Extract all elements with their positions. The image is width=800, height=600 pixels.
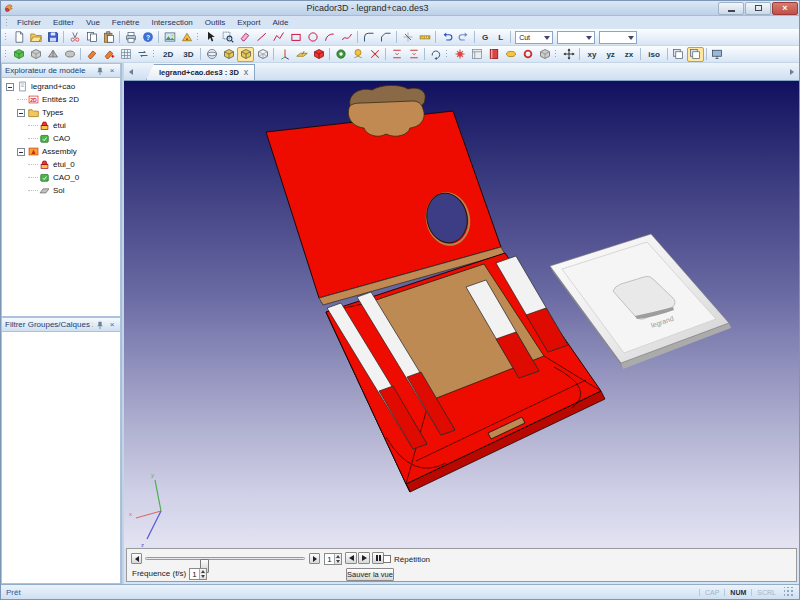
tree-item-types[interactable]: Types [4,106,120,119]
redo-button[interactable] [455,30,472,45]
print-button[interactable] [122,30,139,45]
rectangle-tool-button[interactable] [287,30,304,45]
spline-tool-button[interactable] [338,30,355,45]
tree-item-cao[interactable]: CAO [4,132,120,145]
tab-close-icon[interactable]: x [244,67,249,77]
tree-item-cao-0[interactable]: CAO_0 [4,171,120,184]
export-3d-button[interactable] [27,47,44,62]
panel-tool-button[interactable] [468,47,485,62]
help-button[interactable]: ? [139,30,156,45]
view-3d-button[interactable]: 3D [178,47,198,62]
wireframe-view-button[interactable] [203,47,220,62]
line-tool-button[interactable] [253,30,270,45]
menu-vue[interactable]: Vue [80,17,106,29]
menu-intersection[interactable]: Intersection [145,17,198,29]
erase-entity-button[interactable] [83,47,100,62]
wizard-button[interactable] [178,30,195,45]
3d-viewport[interactable]: y x z [124,81,799,547]
erase-all-button[interactable] [100,47,117,62]
group-combobox[interactable] [599,31,637,44]
tree-expander-icon[interactable] [17,148,25,156]
frame-slider-track[interactable] [145,557,305,560]
select-tool-button[interactable] [202,30,219,45]
expand-z-button[interactable] [405,47,422,62]
tree-item-sol[interactable]: Sol [4,184,120,197]
animation-tool-button[interactable] [451,47,468,62]
circle-tool-button[interactable] [304,30,321,45]
chamfer-tool-button[interactable] [377,30,394,45]
fillet-tool-button[interactable] [360,30,377,45]
zoom-window-button[interactable] [219,30,236,45]
layer-combobox[interactable] [557,31,595,44]
tab-legrand-cao-3d[interactable]: legrand+cao.des3 : 3D x [146,64,255,80]
repeat-checkbox[interactable] [383,555,391,563]
close-button[interactable]: × [772,2,798,15]
swap-view-button[interactable] [134,47,151,62]
tree-expander-icon[interactable] [6,83,14,91]
view-2d-button[interactable]: 2D [158,47,178,62]
save-view-button[interactable]: Sauver la vue [346,568,394,581]
fold-tool-button[interactable] [44,47,61,62]
menu-outils[interactable]: Outils [199,17,231,29]
pin-icon[interactable] [95,66,105,76]
frame-number-stepper[interactable]: 1 [324,553,342,565]
oval-tool-button[interactable] [502,47,519,62]
view-yz-button[interactable]: yz [601,47,619,62]
undo-button[interactable] [438,30,455,45]
image-export-button[interactable] [161,30,178,45]
menu-fen-tre[interactable]: Fenêtre [106,17,146,29]
import-3d-button[interactable] [10,47,27,62]
compress-z-button[interactable] [388,47,405,62]
ground-plane-button[interactable] [293,47,310,62]
tree-item-entites-2d[interactable]: 2DEntités 2D [4,93,120,106]
snap-layer-button[interactable]: L [493,30,508,45]
shaded-view-button[interactable] [237,47,254,62]
tree-item-legrand-cao[interactable]: legrand+cao [4,80,120,93]
ring-tool-button[interactable] [519,47,536,62]
tab-scroll-right[interactable] [787,66,797,78]
cut-button[interactable] [66,30,83,45]
play-backward-button[interactable] [345,552,357,564]
play-button[interactable] [358,552,370,564]
explode-tool-button[interactable] [366,47,383,62]
material-tool-button[interactable] [332,47,349,62]
fullscreen-button[interactable] [709,47,726,62]
new-file-button[interactable] [10,30,27,45]
ghost-view-button[interactable] [254,47,271,62]
frame-next-button[interactable] [309,553,320,564]
measure-tool-button[interactable] [416,30,433,45]
explorer-close-icon[interactable]: × [107,66,117,76]
menu-export[interactable]: Export [231,17,266,29]
tree-item-etui[interactable]: étui [4,119,120,132]
notebook-tool-button[interactable] [485,47,502,62]
frame-prev-button[interactable] [131,553,142,564]
tab-scroll-left[interactable] [126,66,136,78]
maximize-button[interactable] [745,2,771,15]
open-file-button[interactable] [27,30,44,45]
style-combobox[interactable]: Cut [515,31,553,44]
snap-grid-button[interactable]: G [477,30,493,45]
tree-expander-icon[interactable] [17,109,25,117]
menu-aide[interactable]: Aide [266,17,294,29]
save-button[interactable] [44,30,61,45]
eraser-tool-button[interactable] [236,30,253,45]
minimize-button[interactable] [718,2,744,15]
view-xy-button[interactable]: xy [582,47,601,62]
tree-item-assembly[interactable]: Assembly [4,145,120,158]
rotate-view-button[interactable] [427,47,444,62]
flatten-tool-button[interactable] [61,47,78,62]
copy-button[interactable] [83,30,100,45]
solid-view-button[interactable] [220,47,237,62]
tree-item-etui-0[interactable]: étui_0 [4,158,120,171]
arc-tool-button[interactable] [321,30,338,45]
trim-tool-button[interactable] [399,30,416,45]
polyline-tool-button[interactable] [270,30,287,45]
grid-tool-button[interactable] [117,47,134,62]
axes-toggle-button[interactable] [276,47,293,62]
resize-grip[interactable] [784,587,794,597]
clone-view-button[interactable] [687,47,704,62]
view-iso-button[interactable]: iso [643,47,665,62]
menu-fichier[interactable]: Fichier [11,17,47,29]
filter-close-icon[interactable]: × [107,320,117,330]
bounding-box-button[interactable] [310,47,327,62]
